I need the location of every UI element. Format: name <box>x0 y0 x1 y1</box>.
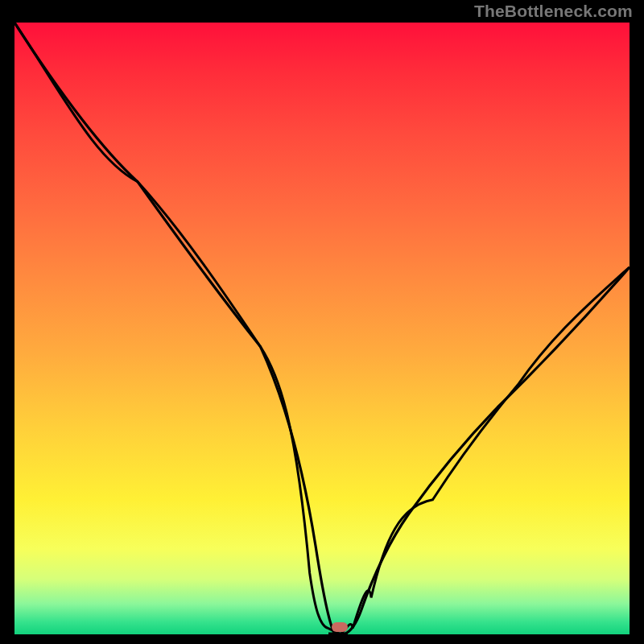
watermark-text: TheBottleneck.com <box>474 2 633 21</box>
curve-path <box>14 23 630 634</box>
curve-path-smooth <box>14 23 630 634</box>
bottleneck-curve <box>14 23 630 634</box>
optimal-point-marker <box>332 622 348 632</box>
plot-area <box>14 23 630 634</box>
chart-frame: TheBottleneck.com <box>0 0 644 644</box>
